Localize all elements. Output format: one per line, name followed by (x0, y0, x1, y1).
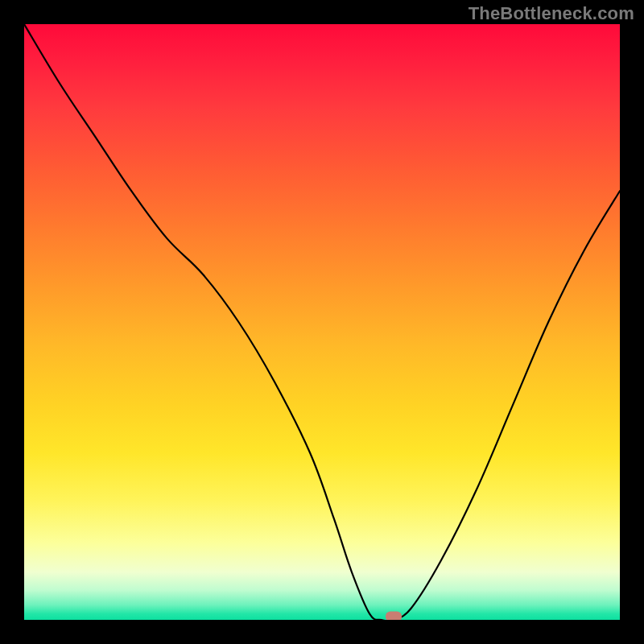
bottleneck-curve-path (24, 24, 620, 620)
plot-area (24, 24, 620, 620)
bottleneck-curve-svg (24, 24, 620, 620)
chart-frame: TheBottleneck.com (0, 0, 644, 644)
optimal-point-marker (386, 611, 402, 620)
watermark-text: TheBottleneck.com (469, 3, 634, 24)
